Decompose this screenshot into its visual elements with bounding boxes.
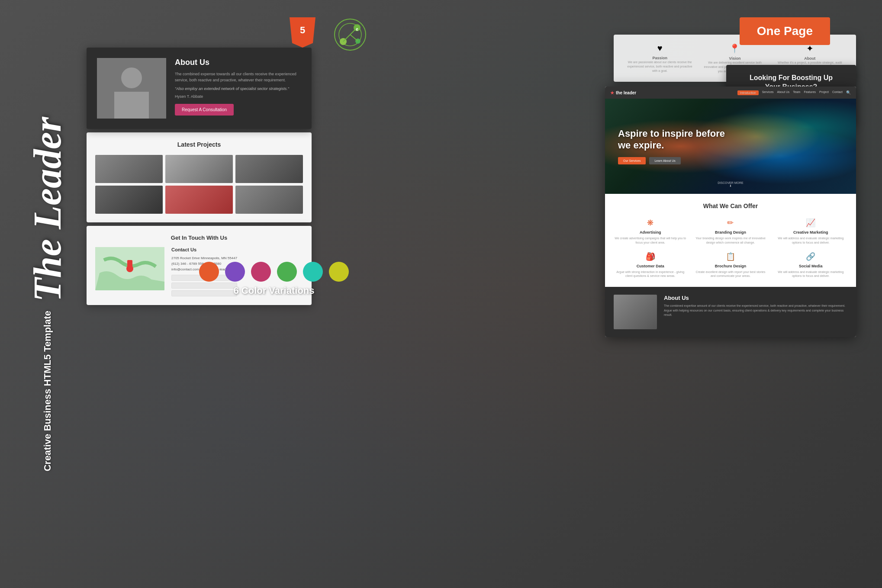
projects-grid [95, 155, 303, 214]
service-desc-advertising: We create advertising campaigns that wil… [614, 236, 687, 245]
project-thumb[interactable] [95, 155, 163, 183]
preview-about-section: About Us The combined expertise amount o… [605, 287, 856, 337]
projects-title: Latest Projects [95, 141, 303, 148]
right-panels: ♥ Passion We are passionate about our cl… [596, 35, 856, 562]
service-item-brochure: 📋 Brochure Design Create excellent desig… [694, 252, 767, 279]
svg-line-7 [350, 35, 358, 41]
service-item-marketing: 📈 Creative Marketing We will address and… [774, 218, 847, 245]
branding-icon: ✏ [694, 218, 767, 228]
content-wrapper: 5 e One Page The Leader Creative Busines… [0, 0, 882, 588]
project-thumb[interactable] [165, 155, 233, 183]
project-thumb[interactable] [95, 186, 163, 214]
nav-logo: ★ the leader [610, 90, 636, 95]
color-variations: 6 Color Variations [199, 262, 349, 296]
preview-about-image [614, 295, 657, 329]
nav-link-features[interactable]: Features [804, 90, 816, 95]
project-thumb[interactable] [235, 186, 303, 214]
service-name-branding: Branding Design [694, 230, 767, 235]
left-title-area: The Leader Creative Business HTML5 Templ… [0, 0, 95, 588]
contact-section-title: Get In Touch With Us [95, 235, 303, 241]
stat-label-vision: Vision [702, 56, 768, 61]
svg-text:e: e [356, 27, 358, 32]
social-icon: 🔗 [774, 252, 847, 261]
stat-label-passion: Passion [627, 56, 693, 60]
svg-rect-11 [127, 260, 132, 269]
contact-form-title: Contact Us [171, 247, 237, 252]
brochure-icon: 📋 [694, 252, 767, 261]
service-desc-customer: Argue with strong interaction in experie… [614, 270, 687, 279]
service-name-social: Social Media [774, 264, 847, 268]
service-name-brochure: Brochure Design [694, 264, 767, 268]
svg-line-6 [343, 35, 350, 42]
project-thumb[interactable] [235, 155, 303, 183]
about-panel-text: The combined expense towards all our cli… [175, 71, 301, 83]
consultation-button[interactable]: Request A Consultation [175, 104, 234, 116]
services-grid-row1: ❋ Advertising We create advertising camp… [614, 218, 847, 245]
marketing-icon: 📈 [774, 218, 847, 228]
nav-link-contact[interactable]: Contact [832, 90, 843, 95]
color-variations-label: 6 Color Variations [199, 285, 349, 296]
service-name-marketing: Creative Marketing [774, 230, 847, 235]
person-silhouette [97, 58, 166, 119]
hero-text: Aspire to inspire beforewe expire. Our S… [618, 128, 725, 164]
color-dot-pink[interactable] [251, 262, 271, 282]
html5-badge: 5 [290, 17, 320, 52]
search-icon[interactable]: 🔍 [846, 90, 851, 95]
about-panel-image [97, 58, 166, 119]
panels-area: About Us The combined expense towards al… [87, 35, 856, 562]
left-panels: About Us The combined expense towards al… [87, 48, 312, 305]
nav-link-intro[interactable]: Introduction [737, 90, 759, 95]
hero-discover: DISCOVER MORE ⬇ [718, 181, 744, 188]
stat-label-about: About [777, 56, 843, 61]
service-item-social: 🔗 Social Media We will address and evalu… [774, 252, 847, 279]
service-name-customer: Customer Data [614, 264, 687, 268]
color-dot-yellow[interactable] [329, 262, 349, 282]
service-item-branding: ✏ Branding Design Your branding design w… [694, 218, 767, 245]
about-panel-author: Hysen T. Abbate [175, 94, 301, 99]
services-title: What We Can Offer [614, 202, 847, 209]
preview-hero: Aspire to inspire beforewe expire. Our S… [605, 99, 856, 194]
color-dot-orange[interactable] [199, 262, 219, 282]
service-desc-social: We will address and evaluate strategic m… [774, 270, 847, 279]
website-preview: ★ the leader Introduction Services About… [605, 87, 856, 337]
emerald-badge: e [333, 17, 367, 52]
preview-about-text: The combined expertise amount of our cli… [664, 304, 847, 318]
nav-link-team[interactable]: Team [793, 90, 800, 95]
about-panel-content: About Us The combined expense towards al… [175, 58, 301, 119]
services-grid-row2: 🎒 Customer Data Argue with strong intera… [614, 252, 847, 279]
preview-about-content: About Us The combined expertise amount o… [664, 295, 847, 329]
service-name-advertising: Advertising [614, 230, 687, 235]
about-panel: About Us The combined expense towards al… [87, 48, 312, 129]
about-panel-quote: "Also employ an extended network of spec… [175, 87, 301, 91]
nav-links: Introduction Services About Us Team Feat… [737, 90, 851, 95]
about-panel-title: About Us [175, 58, 301, 67]
service-desc-branding: Your branding design work inspires me of… [694, 236, 767, 245]
service-desc-brochure: Create excellent design with report your… [694, 270, 767, 279]
service-item-advertising: ❋ Advertising We create advertising camp… [614, 218, 687, 245]
stat-desc-passion: We are passionate about our clients rece… [627, 60, 693, 73]
color-dot-purple[interactable] [225, 262, 245, 282]
service-item-customer: 🎒 Customer Data Argue with strong intera… [614, 252, 687, 279]
hero-tagline: Aspire to inspire beforewe expire. [618, 128, 725, 151]
color-dot-teal[interactable] [303, 262, 323, 282]
nav-link-project[interactable]: Project [819, 90, 829, 95]
color-dot-green[interactable] [277, 262, 297, 282]
hero-btn-about[interactable]: Learn About Us [649, 157, 680, 164]
sub-title: Creative Business HTML5 Template [42, 311, 53, 471]
passion-icon: ♥ [627, 43, 693, 53]
project-thumb[interactable] [165, 186, 233, 214]
advertising-icon: ❋ [614, 218, 687, 228]
nav-link-about[interactable]: About Us [777, 90, 790, 95]
projects-panel: Latest Projects [87, 132, 312, 222]
stat-item-passion: ♥ Passion We are passionate about our cl… [627, 43, 693, 73]
preview-nav: ★ the leader Introduction Services About… [605, 87, 856, 99]
nav-link-services[interactable]: Services [762, 90, 774, 95]
color-dots [199, 262, 349, 282]
hero-btn-services[interactable]: Our Services [618, 157, 646, 164]
contact-map [95, 247, 164, 290]
nav-logo-star: ★ [610, 90, 614, 95]
one-page-badge: One Page [740, 17, 830, 45]
customer-icon: 🎒 [614, 252, 687, 261]
preview-services: What We Can Offer ❋ Advertising We creat… [605, 194, 856, 287]
top-badges: 5 e [290, 17, 367, 52]
